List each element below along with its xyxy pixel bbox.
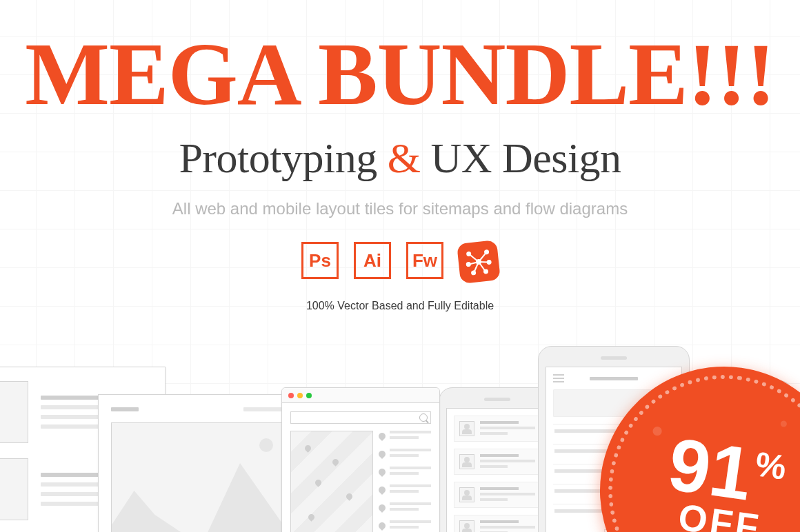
image-placeholder-icon <box>111 422 292 532</box>
avatar-icon <box>459 421 474 436</box>
subtitle-left: Prototyping <box>179 134 387 181</box>
omnigraffle-icon <box>457 240 501 284</box>
app-icons-row: Ps Ai Fw <box>0 242 800 282</box>
video-thumb <box>0 381 28 443</box>
avatar-icon <box>459 520 474 532</box>
wireframe-video-tile <box>0 367 166 532</box>
discount-badge: 91 % OFF <box>584 351 800 532</box>
fireworks-icon: Fw <box>406 242 443 279</box>
video-thumb <box>0 458 28 520</box>
search-input-wireframe <box>290 411 431 424</box>
hero-section: MEGA BUNDLE!!! Prototyping & UX Design A… <box>0 0 800 312</box>
svg-point-10 <box>472 271 475 274</box>
svg-point-6 <box>467 263 470 266</box>
search-icon <box>419 413 428 422</box>
wireframe-phone-list <box>439 387 556 532</box>
svg-point-4 <box>485 250 488 254</box>
tagline: All web and mobile layout tiles for site… <box>0 199 800 218</box>
svg-point-2 <box>467 252 470 256</box>
svg-point-12 <box>484 269 488 273</box>
wireframe-image-tile <box>98 394 305 532</box>
subtitle-ampersand: & <box>388 134 421 181</box>
percent-icon: % <box>753 449 788 484</box>
hamburger-icon <box>553 374 564 382</box>
footnote: 100% Vector Based and Fully Editable <box>0 300 800 312</box>
page-title: MEGA BUNDLE!!! <box>0 29 800 119</box>
photoshop-icon: Ps <box>301 242 339 279</box>
avatar-icon <box>459 454 474 469</box>
subtitle-right: UX Design <box>420 134 621 181</box>
svg-point-8 <box>487 260 490 264</box>
discount-number: 91 <box>665 430 756 508</box>
discount-off-label: OFF <box>676 495 763 532</box>
page-subtitle: Prototyping & UX Design <box>0 134 800 183</box>
avatar-icon <box>459 487 474 502</box>
wireframe-map-window <box>281 387 440 532</box>
map-wireframe <box>290 431 373 532</box>
illustrator-icon: Ai <box>354 242 391 279</box>
